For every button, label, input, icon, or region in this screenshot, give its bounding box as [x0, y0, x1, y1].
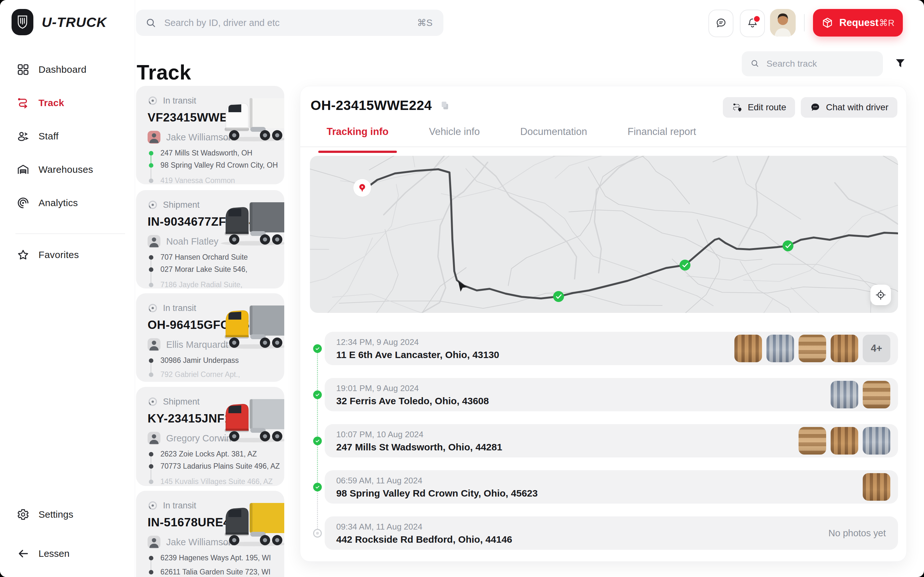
track-search	[742, 51, 883, 76]
photo-thumbnail[interactable]	[798, 427, 826, 455]
global-search-input[interactable]	[164, 17, 417, 29]
topbar-divider	[804, 14, 804, 31]
timeline-row[interactable]: 09:34 AM, 11 Aug 2024442 Rockside Rd Bed…	[325, 516, 898, 550]
status-label: Shipment	[163, 397, 200, 407]
edit-route-button[interactable]: Edit route	[723, 97, 795, 118]
timeline-check-icon	[313, 437, 322, 445]
photo-thumbnail[interactable]	[863, 381, 890, 408]
truck-image	[214, 499, 284, 550]
checkpoint-marker	[553, 291, 564, 302]
shipment-detail-panel: OH-23415WWE224 Edit routeChat with drive…	[300, 86, 907, 562]
user-avatar[interactable]	[770, 9, 796, 37]
tab-vehicle-info[interactable]: Vehicle info	[429, 126, 480, 147]
status-label: Shipment	[163, 200, 200, 210]
package-icon	[821, 17, 834, 29]
brand-name: U-TRUCK	[42, 15, 107, 30]
status-badge: Shipment	[148, 396, 200, 407]
chat-with-driver-button[interactable]: Chat with driver	[801, 97, 897, 118]
copy-icon[interactable]	[439, 100, 450, 111]
timeline-connector	[317, 348, 318, 487]
stop-item: 419 Vanessa Common	[149, 176, 235, 184]
arrow-left-icon	[16, 546, 30, 561]
app-window: U-TRUCK DashboardTrackStaffWarehousesAna…	[0, 0, 924, 577]
stop-item: 247 Mills St Wadsworth, OH	[149, 149, 252, 157]
sidebar-item-label: Settings	[39, 509, 73, 520]
timeline-row[interactable]: 06:59 AM, 11 Aug 202498 Spring Valley Rd…	[325, 470, 898, 504]
truck-image	[214, 198, 284, 249]
stop-dot	[149, 255, 153, 259]
sidebar-divider	[15, 234, 125, 234]
timeline-check-icon	[313, 483, 322, 492]
request-shortcut: ⌘R	[879, 18, 895, 28]
route-map[interactable]	[310, 156, 898, 313]
timeline-row[interactable]: 19:01 PM, 9 Aug 202432 Ferris Ave Toledo…	[325, 378, 898, 411]
brand[interactable]: U-TRUCK	[11, 9, 107, 35]
stop-address: 70773 Ladarius Plains Suite 496, AZ	[160, 462, 280, 471]
photo-thumbnail[interactable]	[734, 335, 762, 362]
track-search-input[interactable]	[766, 58, 883, 69]
tab-tracking-info[interactable]: Tracking info	[326, 126, 389, 147]
sidebar-item-analytics[interactable]: Analytics	[0, 191, 135, 215]
timeline-address: 11 E 6th Ave Lancaster, Ohio, 43130	[336, 350, 499, 360]
timeline-photos	[798, 427, 890, 455]
photo-thumbnail[interactable]	[766, 335, 794, 362]
stops-list: 707 Hansen Orchard Suite027 Morar Lake S…	[149, 253, 275, 288]
stops-list: 30986 Jamir Underpass792 Gabriel Corner …	[149, 356, 275, 379]
locate-button[interactable]	[871, 285, 891, 305]
stop-item: 027 Morar Lake Suite 546,	[149, 265, 247, 274]
timeline-connector	[317, 487, 318, 533]
sidebar-item-staff[interactable]: Staff	[0, 124, 135, 148]
sidebar-item-warehouses[interactable]: Warehouses	[0, 158, 135, 181]
truck-image	[214, 94, 284, 145]
sidebar-item-dashboard[interactable]: Dashboard	[0, 58, 135, 81]
sidebar-collapse-button[interactable]: Lessen	[0, 542, 69, 566]
bell-icon	[746, 17, 758, 30]
timeline-time: 09:34 AM, 11 Aug 2024	[336, 522, 422, 532]
search-icon	[145, 17, 157, 29]
more-photos-chip[interactable]: 4+	[863, 335, 890, 362]
analytics-icon	[16, 196, 30, 210]
timeline-time: 06:59 AM, 11 Aug 2024	[336, 476, 422, 486]
stop-dot	[149, 358, 153, 363]
photo-thumbnail[interactable]	[830, 427, 858, 455]
tab-financial-report[interactable]: Financial report	[628, 126, 696, 147]
warehouse-icon	[16, 163, 30, 177]
sidebar: U-TRUCK DashboardTrackStaffWarehousesAna…	[0, 0, 135, 577]
sidebar-item-track[interactable]: Track	[0, 91, 135, 115]
stop-dot	[149, 480, 153, 484]
status-label: In transit	[163, 96, 196, 106]
shipment-card-VF23415WWE224[interactable]: In transitVF23415WWE224Jake Williamson24…	[136, 86, 284, 184]
filter-button[interactable]	[894, 57, 908, 71]
sidebar-item-settings[interactable]: Settings	[0, 503, 73, 526]
stop-dot	[149, 570, 153, 574]
photo-thumbnail[interactable]	[863, 427, 890, 455]
shipment-card-KY-23415JNF155[interactable]: ShipmentKY-23415JNF155Gregory Corwin2623…	[136, 387, 284, 486]
page-title: Track	[137, 61, 191, 84]
checkpoint-marker	[680, 259, 690, 271]
shipment-card-OH-96415GFC145[interactable]: In transitOH-96415GFC145Ellis Marquardt3…	[136, 293, 284, 382]
timeline-row[interactable]: 12:34 PM, 9 Aug 202411 E 6th Ave Lancast…	[325, 332, 898, 365]
sidebar-item-label: Staff	[39, 131, 59, 142]
tab-documentation[interactable]: Documentation	[520, 126, 587, 147]
photo-thumbnail[interactable]	[863, 473, 890, 501]
shipment-card-IN-9034677ZFG154[interactable]: ShipmentIN-9034677ZFG154Noah Flatley707 …	[136, 190, 284, 288]
timeline-photos	[863, 473, 890, 501]
timeline-row[interactable]: 10:07 PM, 10 Aug 2024247 Mills St Wadswo…	[325, 424, 898, 458]
sidebar-item-favorites[interactable]: Favorites	[0, 243, 135, 267]
messages-button[interactable]	[708, 10, 733, 37]
staff-icon	[16, 129, 30, 143]
stop-item: 2623 Zoie Locks Apt. 381, AZ	[149, 450, 257, 458]
notifications-button[interactable]	[740, 10, 765, 37]
timeline-time: 19:01 PM, 9 Aug 2024	[336, 384, 419, 393]
shipment-card-IN-51678URE401[interactable]: In transitIN-51678URE401Jake Williamson6…	[136, 491, 284, 577]
brand-logo-icon	[11, 9, 33, 35]
stop-item: 62611 Talia Garden Suite 723, WI	[149, 568, 270, 576]
request-button[interactable]: Request ⌘R	[813, 9, 903, 37]
photo-thumbnail[interactable]	[830, 335, 858, 362]
driver-avatar	[148, 235, 160, 248]
driver-name: Noah Flatley	[166, 236, 218, 247]
timeline-address: 32 Ferris Ave Toledo, Ohio, 43608	[336, 396, 489, 406]
photo-thumbnail[interactable]	[798, 335, 826, 362]
photo-thumbnail[interactable]	[830, 381, 858, 408]
stop-item: 70773 Ladarius Plains Suite 496, AZ	[149, 462, 280, 471]
